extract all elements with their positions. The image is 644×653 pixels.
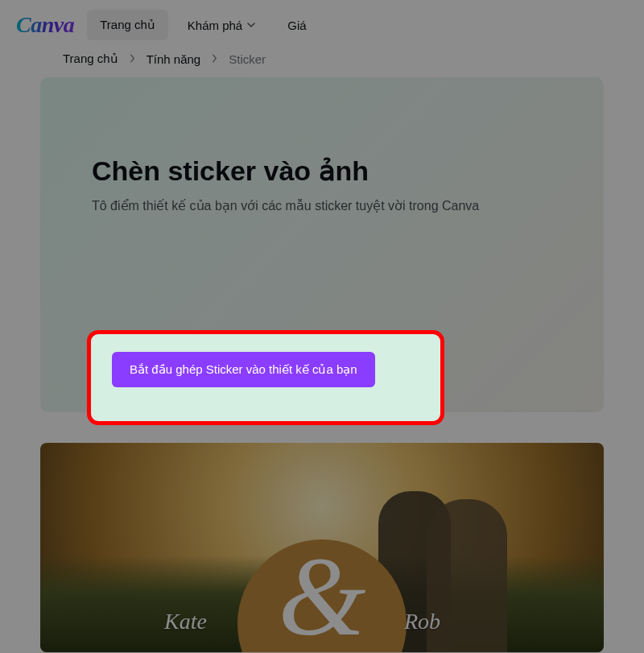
hero-subtitle: Tô điểm thiết kế của bạn với các mẫu sti… <box>92 198 552 213</box>
hero-title: Chèn sticker vào ảnh <box>92 155 552 187</box>
nav-home[interactable]: Trang chủ <box>87 10 168 40</box>
breadcrumb: Trang chủ Tính năng Sticker <box>0 47 644 77</box>
chevron-right-icon <box>212 53 217 65</box>
start-sticker-button[interactable]: Bắt đầu ghép Sticker vào thiết kế của bạ… <box>112 352 375 387</box>
nav-explore[interactable]: Khám phá <box>175 10 268 40</box>
top-nav: Canva Trang chủ Khám phá Giá <box>0 0 644 47</box>
example-banner: & Kate Rob <box>40 443 604 652</box>
annotation-highlight: Bắt đầu ghép Sticker vào thiết kế của bạ… <box>87 330 444 425</box>
breadcrumb-features[interactable]: Tính năng <box>147 52 201 66</box>
ampersand-icon: & <box>279 540 366 652</box>
banner-name-left: Kate <box>164 609 207 634</box>
nav-pricing[interactable]: Giá <box>275 10 319 40</box>
breadcrumb-current: Sticker <box>229 52 266 66</box>
banner-name-right: Rob <box>404 609 440 634</box>
chevron-down-icon <box>247 21 255 29</box>
breadcrumb-home[interactable]: Trang chủ <box>63 52 118 66</box>
chevron-right-icon <box>130 53 135 65</box>
nav-explore-label: Khám phá <box>188 19 242 32</box>
canva-logo[interactable]: Canva <box>16 12 80 38</box>
